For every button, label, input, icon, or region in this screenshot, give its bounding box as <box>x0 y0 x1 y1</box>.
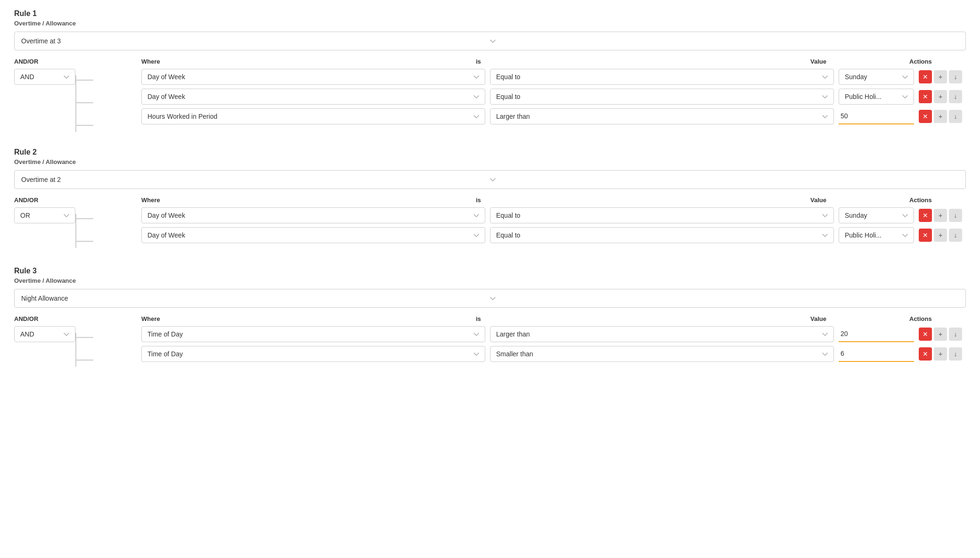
is-cell: Equal to <box>490 227 834 243</box>
delete-button[interactable]: ✕ <box>919 209 932 222</box>
move-down-button[interactable]: ↓ <box>949 347 962 361</box>
value-cell: Public Holi... <box>839 227 914 243</box>
move-down-button[interactable]: ↓ <box>949 110 962 123</box>
is-chevron <box>822 350 828 358</box>
delete-button[interactable]: ✕ <box>919 328 932 341</box>
andor-select[interactable]: AND <box>14 326 75 342</box>
is-chevron <box>822 73 828 81</box>
overtime-select[interactable]: Overtime at 2 <box>14 170 966 189</box>
header-where: Where <box>141 58 471 65</box>
is-select[interactable]: Larger than <box>490 108 834 124</box>
move-down-button[interactable]: ↓ <box>949 229 962 242</box>
add-button[interactable]: + <box>934 209 947 222</box>
value-input[interactable] <box>839 346 914 362</box>
where-select[interactable]: Time of Day <box>141 346 485 362</box>
where-select[interactable]: Day of Week <box>141 207 485 223</box>
overtime-select[interactable]: Night Allowance <box>14 289 966 308</box>
andor-value: OR <box>20 212 30 219</box>
add-button[interactable]: + <box>934 110 947 123</box>
value-select[interactable]: Public Holi... <box>839 89 914 105</box>
where-cell: Hours Worked in Period <box>141 108 485 124</box>
where-value: Hours Worked in Period <box>147 113 217 120</box>
andor-column: OR <box>14 207 137 243</box>
delete-button[interactable]: ✕ <box>919 347 932 361</box>
value-input[interactable] <box>839 326 914 342</box>
where-value: Day of Week <box>147 231 185 239</box>
rows-container: ANDTime of DayLarger than ✕ + ↓ Time of … <box>14 326 966 362</box>
move-down-button[interactable]: ↓ <box>949 70 962 83</box>
where-cell: Time of Day <box>141 346 485 362</box>
rule-subtitle: Overtime / Allowance <box>14 158 966 165</box>
header-is: is <box>476 197 806 204</box>
column-headers: AND/ORWhereisValueActions <box>14 315 966 322</box>
where-select[interactable]: Day of Week <box>141 69 485 85</box>
add-button[interactable]: + <box>934 229 947 242</box>
header-actions: Actions <box>909 58 966 65</box>
is-cell: Larger than <box>490 108 834 124</box>
delete-button[interactable]: ✕ <box>919 110 932 123</box>
overtime-value: Overtime at 2 <box>21 176 490 183</box>
is-select[interactable]: Larger than <box>490 326 834 342</box>
value-chevron <box>902 93 908 100</box>
is-select[interactable]: Smaller than <box>490 346 834 362</box>
actions-cell: ✕ + ↓ <box>919 70 966 83</box>
is-chevron <box>822 93 828 100</box>
where-select[interactable]: Time of Day <box>141 326 485 342</box>
move-down-button[interactable]: ↓ <box>949 328 962 341</box>
table-row: Day of WeekEqual toSunday ✕ + ↓ <box>141 207 966 223</box>
header-is: is <box>476 315 806 322</box>
is-select[interactable]: Equal to <box>490 69 834 85</box>
andor-column: AND <box>14 326 137 362</box>
rows-container: ORDay of WeekEqual toSunday ✕ + ↓ Day of… <box>14 207 966 243</box>
andor-chevron <box>64 73 69 81</box>
rule-subtitle: Overtime / Allowance <box>14 20 966 27</box>
value-cell: Sunday <box>839 69 914 85</box>
value-select[interactable]: Sunday <box>839 207 914 223</box>
delete-button[interactable]: ✕ <box>919 70 932 83</box>
where-chevron <box>474 231 479 239</box>
table-row: Time of DaySmaller than ✕ + ↓ <box>141 346 966 362</box>
where-value: Time of Day <box>147 350 183 358</box>
header-value: Value <box>810 197 905 204</box>
table-row: Day of WeekEqual toPublic Holi... ✕ + ↓ <box>141 227 966 243</box>
where-select[interactable]: Day of Week <box>141 227 485 243</box>
value-select[interactable]: Public Holi... <box>839 227 914 243</box>
andor-select[interactable]: AND <box>14 69 75 85</box>
value-chevron <box>902 231 908 239</box>
add-button[interactable]: + <box>934 90 947 103</box>
value-text: Public Holi... <box>845 93 882 100</box>
move-down-button[interactable]: ↓ <box>949 90 962 103</box>
overtime-value: Overtime at 3 <box>21 37 490 45</box>
is-select[interactable]: Equal to <box>490 227 834 243</box>
move-down-button[interactable]: ↓ <box>949 209 962 222</box>
value-cell: Sunday <box>839 207 914 223</box>
actions-cell: ✕ + ↓ <box>919 209 966 222</box>
where-select[interactable]: Hours Worked in Period <box>141 108 485 124</box>
add-button[interactable]: + <box>934 328 947 341</box>
where-cell: Day of Week <box>141 69 485 85</box>
add-button[interactable]: + <box>934 347 947 361</box>
is-value: Equal to <box>496 93 520 100</box>
value-select[interactable]: Sunday <box>839 69 914 85</box>
value-cell <box>839 326 914 342</box>
column-headers: AND/ORWhereisValueActions <box>14 58 966 65</box>
value-chevron <box>902 73 908 81</box>
where-chevron <box>474 350 479 358</box>
delete-button[interactable]: ✕ <box>919 229 932 242</box>
connector-svg <box>75 333 94 367</box>
add-button[interactable]: + <box>934 70 947 83</box>
andor-value: AND <box>20 73 34 81</box>
header-andor: AND/OR <box>14 315 137 322</box>
where-select[interactable]: Day of Week <box>141 89 485 105</box>
overtime-select[interactable]: Overtime at 3 <box>14 32 966 50</box>
overtime-chevron <box>490 175 959 184</box>
table-row: Day of WeekEqual toSunday ✕ + ↓ <box>141 69 966 85</box>
where-value: Day of Week <box>147 73 185 81</box>
value-input[interactable] <box>839 108 914 124</box>
delete-button[interactable]: ✕ <box>919 90 932 103</box>
is-value: Smaller than <box>496 350 533 358</box>
andor-select[interactable]: OR <box>14 207 75 223</box>
is-select[interactable]: Equal to <box>490 207 834 223</box>
where-cell: Day of Week <box>141 89 485 105</box>
is-select[interactable]: Equal to <box>490 89 834 105</box>
